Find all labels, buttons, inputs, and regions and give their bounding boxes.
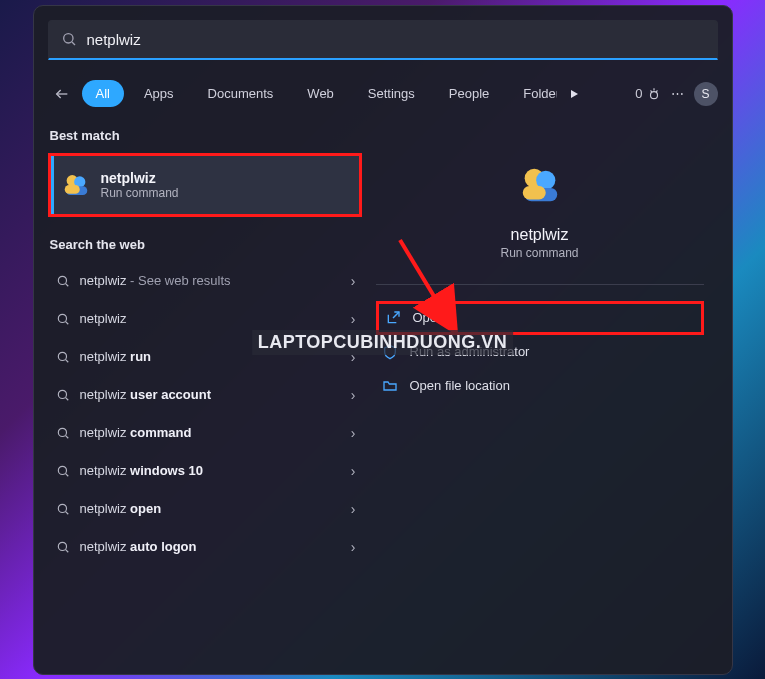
web-result-prefix: netplwiz	[80, 539, 131, 554]
svg-line-14	[65, 359, 68, 362]
web-result-bold: command	[130, 425, 191, 440]
users-icon	[61, 170, 91, 200]
svg-line-1	[72, 42, 75, 45]
web-result-prefix: netplwiz	[80, 463, 131, 478]
svg-point-21	[58, 504, 66, 512]
chevron-right-icon: ›	[351, 539, 356, 555]
web-result-item[interactable]: netplwiz auto logon ›	[48, 528, 362, 566]
action-open-file-location[interactable]: Open file location	[376, 369, 704, 403]
web-result-bold: auto logon	[130, 539, 196, 554]
chevron-right-icon: ›	[351, 387, 356, 403]
search-icon	[61, 31, 77, 47]
web-result-bold: windows 10	[130, 463, 203, 478]
action-open[interactable]: Open	[376, 301, 704, 335]
tab-apps[interactable]: Apps	[130, 80, 188, 107]
svg-line-20	[65, 473, 68, 476]
chevron-right-icon: ›	[351, 311, 356, 327]
search-icon	[50, 540, 70, 554]
web-result-bold: open	[130, 501, 161, 516]
svg-line-16	[65, 397, 68, 400]
shield-icon	[382, 344, 398, 360]
folder-icon	[382, 378, 398, 394]
best-match-subtitle: Run command	[101, 186, 179, 200]
svg-line-10	[65, 283, 68, 286]
action-open-file-location-label: Open file location	[410, 378, 510, 393]
divider	[376, 284, 704, 285]
tab-people[interactable]: People	[435, 80, 503, 107]
back-button[interactable]	[48, 80, 76, 108]
results-column: Best match netplwiz Run command Search t…	[48, 122, 362, 662]
web-result-prefix: netplwiz	[80, 387, 131, 402]
avatar-initial: S	[701, 87, 709, 101]
svg-line-24	[65, 549, 68, 552]
best-match-result[interactable]: netplwiz Run command	[48, 153, 362, 217]
svg-point-9	[58, 276, 66, 284]
svg-rect-8	[64, 185, 79, 194]
search-icon	[50, 388, 70, 402]
rewards-count: 0	[635, 86, 642, 101]
users-icon	[517, 122, 563, 208]
web-result-item[interactable]: netplwiz open ›	[48, 490, 362, 528]
web-result-item[interactable]: netplwiz windows 10 ›	[48, 452, 362, 490]
chevron-right-icon: ›	[351, 349, 356, 365]
open-icon	[385, 310, 401, 326]
tab-all[interactable]: All	[82, 80, 124, 107]
svg-line-18	[65, 435, 68, 438]
action-run-as-admin-label: Run as administrator	[410, 344, 530, 359]
svg-rect-28	[522, 185, 545, 198]
best-match-label: Best match	[48, 122, 362, 153]
chevron-right-icon: ›	[351, 501, 356, 517]
svg-point-0	[63, 34, 72, 43]
web-result-prefix: netplwiz	[80, 425, 131, 440]
web-result-hint: - See web results	[126, 273, 230, 288]
chevron-right-icon: ›	[351, 425, 356, 441]
web-result-item[interactable]: netplwiz command ›	[48, 414, 362, 452]
search-icon	[50, 274, 70, 288]
svg-marker-3	[571, 90, 578, 98]
action-open-label: Open	[413, 310, 445, 325]
rewards-icon	[647, 87, 661, 101]
preview-subtitle: Run command	[500, 246, 578, 260]
svg-point-19	[58, 466, 66, 474]
svg-line-12	[65, 321, 68, 324]
action-run-as-admin[interactable]: Run as administrator	[376, 335, 704, 369]
svg-point-4	[650, 91, 657, 98]
preview-title: netplwiz	[511, 226, 569, 244]
web-result-bold: user account	[130, 387, 211, 402]
filter-tab-row: All Apps Documents Web Settings People F…	[48, 80, 718, 108]
account-avatar[interactable]: S	[694, 82, 718, 106]
search-icon	[50, 350, 70, 364]
search-icon	[50, 312, 70, 326]
tab-documents[interactable]: Documents	[194, 80, 288, 107]
svg-line-22	[65, 511, 68, 514]
tab-web[interactable]: Web	[293, 80, 348, 107]
svg-point-17	[58, 428, 66, 436]
tab-folders[interactable]: Folders	[509, 80, 557, 107]
best-match-title: netplwiz	[101, 170, 179, 186]
tab-settings[interactable]: Settings	[354, 80, 429, 107]
search-bar[interactable]	[48, 20, 718, 60]
search-icon	[50, 464, 70, 478]
search-icon	[50, 502, 70, 516]
rewards-indicator[interactable]: 0	[635, 86, 660, 101]
more-button[interactable]: ⋯	[671, 86, 684, 101]
svg-point-15	[58, 390, 66, 398]
web-result-item[interactable]: netplwiz ›	[48, 300, 362, 338]
search-icon	[50, 426, 70, 440]
search-panel: All Apps Documents Web Settings People F…	[33, 5, 733, 675]
search-web-label: Search the web	[48, 231, 362, 262]
search-input[interactable]	[87, 31, 705, 48]
chevron-right-icon: ›	[351, 273, 356, 289]
svg-point-13	[58, 352, 66, 360]
web-result-item[interactable]: netplwiz run ›	[48, 338, 362, 376]
web-results-list: netplwiz - See web results › netplwiz › …	[48, 262, 362, 566]
web-result-item[interactable]: netplwiz user account ›	[48, 376, 362, 414]
web-result-bold: run	[130, 349, 151, 364]
web-result-prefix: netplwiz	[80, 311, 127, 326]
svg-point-23	[58, 542, 66, 550]
svg-point-11	[58, 314, 66, 322]
web-result-prefix: netplwiz	[80, 273, 127, 288]
web-result-prefix: netplwiz	[80, 501, 131, 516]
tabs-overflow-button[interactable]	[563, 83, 585, 105]
web-result-item[interactable]: netplwiz - See web results ›	[48, 262, 362, 300]
